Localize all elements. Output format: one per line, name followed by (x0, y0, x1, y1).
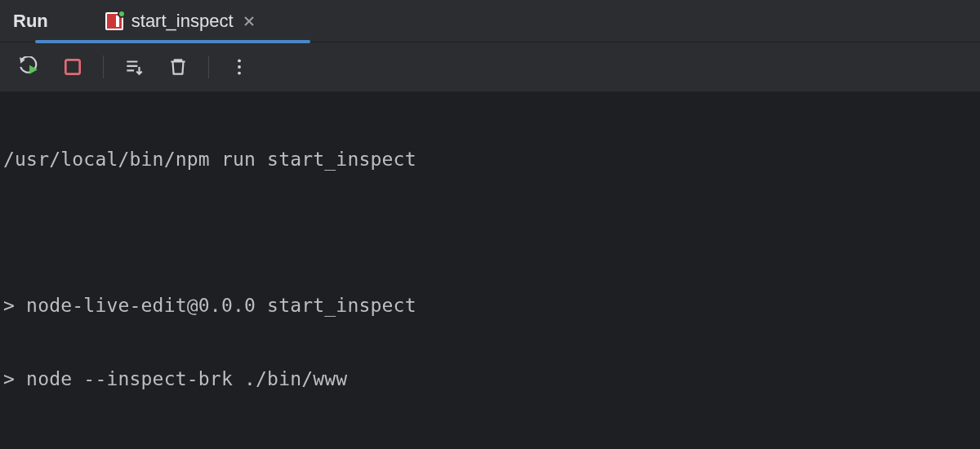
toolbar-divider (103, 56, 104, 78)
console-output[interactable]: /usr/local/bin/npm run start_inspect > n… (0, 91, 980, 449)
console-line: > node-live-edit@0.0.0 start_inspect (3, 287, 977, 324)
clear-all-button[interactable] (164, 53, 192, 81)
console-line: /usr/local/bin/npm run start_inspect (3, 141, 977, 178)
rerun-icon (18, 56, 39, 78)
toolbar-divider (208, 56, 209, 78)
tab-label: start_inspect (131, 11, 234, 32)
run-config-tab[interactable]: start_inspect (94, 0, 268, 42)
scroll-to-end-button[interactable] (120, 53, 148, 81)
close-icon (243, 16, 255, 27)
console-line: > node --inspect-brk ./bin/www (3, 361, 977, 398)
npm-icon (105, 12, 123, 30)
active-tab-underline (35, 40, 310, 43)
run-toolbar (0, 42, 980, 91)
svg-point-1 (238, 59, 241, 62)
kebab-icon (229, 56, 250, 78)
console-blank-line (3, 434, 977, 449)
tab-strip: Run start_inspect (0, 0, 980, 42)
rerun-button[interactable] (15, 53, 42, 81)
svg-rect-0 (65, 60, 79, 73)
stop-icon (62, 56, 83, 78)
svg-point-2 (238, 65, 241, 69)
scroll-to-end-icon (123, 56, 145, 78)
trash-icon (167, 56, 189, 78)
stop-button[interactable] (59, 53, 87, 81)
run-tool-window-label[interactable]: Run (13, 11, 48, 32)
svg-point-3 (238, 72, 241, 75)
more-actions-button[interactable] (225, 53, 253, 81)
running-indicator-dot (118, 10, 126, 18)
console-blank-line (3, 215, 977, 251)
close-tab-button[interactable] (242, 14, 256, 29)
